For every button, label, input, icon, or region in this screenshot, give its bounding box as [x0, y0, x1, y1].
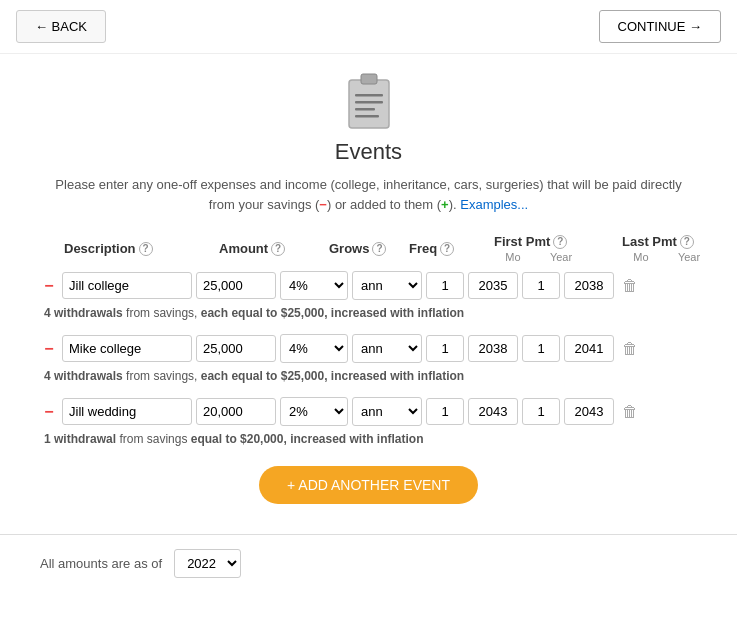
sign-indicator: −: [40, 277, 58, 295]
event-row: −0%1%2%3%4%5%6%annmoone-time🗑: [40, 397, 697, 426]
first-pmt-mo-input[interactable]: [426, 335, 464, 362]
minus-symbol: −: [319, 197, 327, 212]
col-header-first-pmt: First Pmt ? Mo Year: [494, 234, 622, 263]
continue-button[interactable]: CONTINUE →: [599, 10, 722, 43]
first-pmt-year-input[interactable]: [468, 272, 518, 299]
table-header: Description ? Amount ? Grows ? Freq ? Fi…: [40, 234, 697, 263]
event-row: −0%1%2%3%4%5%6%annmoone-time🗑: [40, 334, 697, 363]
event-summary: 1 withdrawal from savings equal to $20,0…: [40, 432, 697, 446]
first-pmt-year-input[interactable]: [468, 335, 518, 362]
year-select[interactable]: 2022 2021 2020 2023 2024: [174, 549, 241, 578]
event-summary: 4 withdrawals from savings, each equal t…: [40, 306, 697, 320]
last-pmt-year-input[interactable]: [564, 272, 614, 299]
freq-select[interactable]: annmoone-time: [352, 397, 422, 426]
top-nav: ← BACK CONTINUE →: [0, 0, 737, 54]
grows-select[interactable]: 0%1%2%3%4%5%6%: [280, 271, 348, 300]
description-input[interactable]: [62, 335, 192, 362]
svg-rect-1: [361, 74, 377, 84]
main-content: Events Please enter any one-off expenses…: [0, 54, 737, 534]
back-button[interactable]: ← BACK: [16, 10, 106, 43]
event-summary: 4 withdrawals from savings, each equal t…: [40, 369, 697, 383]
svg-rect-4: [355, 108, 375, 111]
svg-rect-0: [349, 80, 389, 128]
amount-input[interactable]: [196, 398, 276, 425]
page-icon-area: [40, 72, 697, 133]
examples-link[interactable]: Examples...: [460, 197, 528, 212]
add-btn-container: + ADD ANOTHER EVENT: [40, 466, 697, 504]
col-header-freq: Freq ?: [409, 241, 494, 256]
amount-input[interactable]: [196, 272, 276, 299]
amount-help-icon[interactable]: ?: [271, 242, 285, 256]
grows-select[interactable]: 0%1%2%3%4%5%6%: [280, 397, 348, 426]
freq-select[interactable]: annmoone-time: [352, 334, 422, 363]
plus-symbol: +: [441, 197, 449, 212]
description-input[interactable]: [62, 272, 192, 299]
page-title: Events: [40, 139, 697, 165]
col-header-grows: Grows ?: [329, 241, 409, 256]
sign-indicator: −: [40, 403, 58, 421]
delete-event-button[interactable]: 🗑: [618, 401, 642, 423]
first-pmt-help-icon[interactable]: ?: [553, 235, 567, 249]
last-pmt-mo-input[interactable]: [522, 335, 560, 362]
first-pmt-year-input[interactable]: [468, 398, 518, 425]
amount-input[interactable]: [196, 335, 276, 362]
last-pmt-mo-input[interactable]: [522, 398, 560, 425]
delete-event-button[interactable]: 🗑: [618, 275, 642, 297]
first-pmt-mo-input[interactable]: [426, 398, 464, 425]
clipboard-icon: [345, 72, 393, 130]
delete-event-button[interactable]: 🗑: [618, 338, 642, 360]
svg-rect-3: [355, 101, 383, 104]
last-pmt-year-input[interactable]: [564, 335, 614, 362]
event-row: −0%1%2%3%4%5%6%annmoone-time🗑: [40, 271, 697, 300]
freq-select[interactable]: annmoone-time: [352, 271, 422, 300]
svg-rect-2: [355, 94, 383, 97]
col-header-description: Description ?: [64, 241, 219, 256]
grows-select[interactable]: 0%1%2%3%4%5%6%: [280, 334, 348, 363]
first-pmt-mo-input[interactable]: [426, 272, 464, 299]
description-help-icon[interactable]: ?: [139, 242, 153, 256]
grows-help-icon[interactable]: ?: [372, 242, 386, 256]
col-header-last-pmt: Last Pmt ? Mo Year: [622, 234, 732, 263]
col-header-amount: Amount ?: [219, 241, 329, 256]
footer-label: All amounts are as of: [40, 556, 162, 571]
last-pmt-year-input[interactable]: [564, 398, 614, 425]
events-table: −0%1%2%3%4%5%6%annmoone-time🗑4 withdrawa…: [40, 271, 697, 446]
add-event-button[interactable]: + ADD ANOTHER EVENT: [259, 466, 478, 504]
svg-rect-5: [355, 115, 379, 118]
description-input[interactable]: [62, 398, 192, 425]
last-pmt-help-icon[interactable]: ?: [680, 235, 694, 249]
freq-help-icon[interactable]: ?: [440, 242, 454, 256]
page-description: Please enter any one-off expenses and in…: [40, 175, 697, 214]
sign-indicator: −: [40, 340, 58, 358]
last-pmt-mo-input[interactable]: [522, 272, 560, 299]
footer-bar: All amounts are as of 2022 2021 2020 202…: [0, 534, 737, 592]
